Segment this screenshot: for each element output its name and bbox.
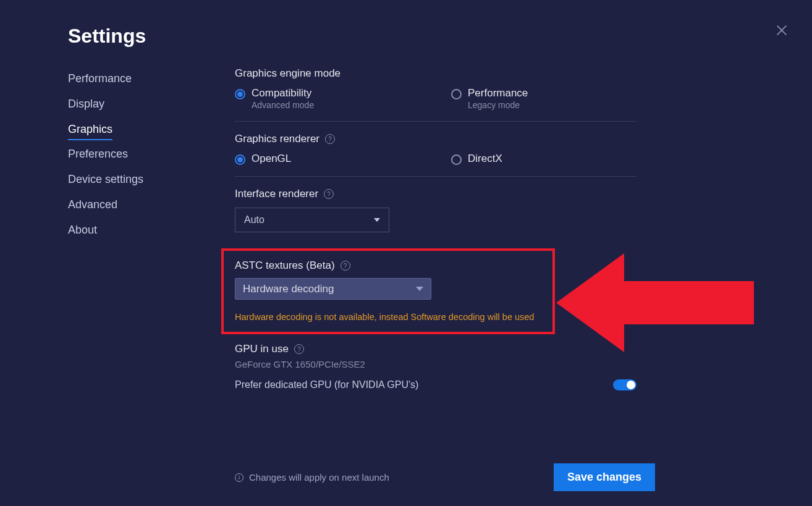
- prefer-dedicated-gpu-label: Prefer dedicated GPU (for NVIDIA GPU's): [235, 379, 418, 390]
- help-icon[interactable]: ?: [325, 134, 335, 144]
- graphics-engine-mode-title: Graphics engine mode: [235, 67, 707, 80]
- help-icon[interactable]: ?: [340, 261, 350, 271]
- interface-renderer-label: Interface renderer: [235, 188, 318, 200]
- help-icon[interactable]: ?: [294, 344, 304, 354]
- radio-icon[interactable]: [235, 154, 245, 165]
- prefer-dedicated-gpu-toggle[interactable]: [613, 379, 636, 390]
- radio-option-compatibility[interactable]: Compatibility Advanced mode: [235, 87, 451, 110]
- sidebar-item-advanced[interactable]: Advanced: [68, 193, 117, 216]
- astc-highlight-annotation: ASTC textures (Beta) ? Hardware decoding…: [221, 248, 555, 334]
- graphics-renderer-label: Graphics renderer: [235, 133, 319, 145]
- help-icon[interactable]: ?: [324, 189, 334, 199]
- save-changes-button[interactable]: Save changes: [554, 463, 655, 491]
- radio-option-opengl[interactable]: OpenGL: [235, 153, 451, 165]
- chevron-down-icon: [374, 218, 380, 222]
- astc-label: ASTC textures (Beta): [235, 259, 335, 272]
- radio-label: Performance: [468, 87, 528, 99]
- astc-select[interactable]: Hardware decoding: [235, 278, 431, 300]
- astc-title: ASTC textures (Beta) ?: [235, 259, 541, 272]
- radio-icon[interactable]: [235, 89, 245, 99]
- footer-note-text: Changes will apply on next launch: [249, 472, 389, 483]
- sidebar-item-display[interactable]: Display: [68, 93, 104, 116]
- info-icon: i: [235, 473, 243, 482]
- gpu-in-use-title: GPU in use ?: [235, 343, 707, 355]
- settings-sidebar: Performance Display Graphics Preferences…: [68, 67, 235, 506]
- graphics-renderer-title: Graphics renderer ?: [235, 133, 707, 145]
- radio-icon[interactable]: [451, 89, 462, 99]
- radio-option-performance[interactable]: Performance Legacy mode: [451, 87, 667, 110]
- page-title: Settings: [68, 25, 744, 48]
- sidebar-item-preferences[interactable]: Preferences: [68, 143, 128, 166]
- select-value: Auto: [244, 214, 264, 226]
- settings-panel: Graphics engine mode Compatibility Advan…: [235, 67, 744, 506]
- chevron-down-icon: [416, 287, 423, 291]
- sidebar-item-about[interactable]: About: [68, 219, 97, 242]
- divider: [235, 121, 636, 122]
- radio-icon[interactable]: [451, 154, 462, 165]
- radio-sublabel: Legacy mode: [468, 100, 528, 110]
- radio-label: OpenGL: [252, 153, 291, 165]
- interface-renderer-select[interactable]: Auto: [235, 208, 389, 232]
- radio-sublabel: Advanced mode: [252, 100, 314, 110]
- gpu-in-use-label: GPU in use: [235, 343, 289, 355]
- radio-option-directx[interactable]: DirectX: [451, 153, 667, 165]
- divider: [235, 176, 636, 177]
- gpu-name: GeForce GTX 1650/PCIe/SSE2: [235, 359, 707, 369]
- astc-warning: Hardware decoding is not available, inst…: [235, 312, 541, 322]
- sidebar-item-performance[interactable]: Performance: [68, 67, 132, 90]
- close-button[interactable]: [775, 23, 789, 37]
- sidebar-item-device-settings[interactable]: Device settings: [68, 168, 143, 191]
- sidebar-item-graphics[interactable]: Graphics: [68, 118, 112, 140]
- interface-renderer-title: Interface renderer ?: [235, 188, 707, 200]
- select-value: Hardware decoding: [243, 283, 334, 295]
- radio-label: DirectX: [468, 153, 502, 165]
- radio-label: Compatibility: [252, 87, 314, 99]
- footer-note: i Changes will apply on next launch: [235, 472, 389, 483]
- graphics-engine-mode-label: Graphics engine mode: [235, 67, 340, 80]
